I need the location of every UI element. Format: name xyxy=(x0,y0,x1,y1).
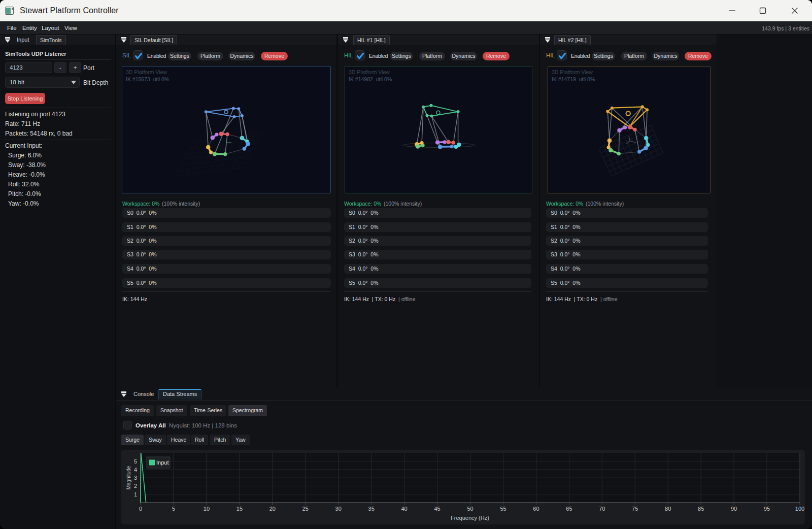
svg-text:75: 75 xyxy=(632,506,638,512)
svg-text:65: 65 xyxy=(566,506,572,512)
svg-text:35: 35 xyxy=(368,506,375,512)
svg-text:70: 70 xyxy=(599,506,605,512)
svg-text:Input: Input xyxy=(156,459,168,466)
svg-text:5: 5 xyxy=(172,506,175,512)
svg-text:5: 5 xyxy=(134,458,137,465)
svg-text:55: 55 xyxy=(500,506,506,512)
svg-text:10: 10 xyxy=(204,506,210,512)
svg-text:45: 45 xyxy=(434,506,440,512)
svg-text:95: 95 xyxy=(764,506,770,512)
svg-text:3: 3 xyxy=(134,475,137,481)
svg-text:30: 30 xyxy=(335,506,342,512)
svg-text:40: 40 xyxy=(401,506,407,512)
svg-text:100: 100 xyxy=(795,506,804,512)
svg-text:15: 15 xyxy=(236,506,243,512)
svg-text:80: 80 xyxy=(665,506,671,512)
svg-text:Frequency (Hz): Frequency (Hz) xyxy=(451,515,489,521)
svg-text:50: 50 xyxy=(467,506,473,512)
svg-text:Magnitude: Magnitude xyxy=(126,466,131,489)
svg-text:25: 25 xyxy=(302,506,309,512)
svg-text:90: 90 xyxy=(731,506,737,512)
svg-text:4: 4 xyxy=(134,467,137,473)
svg-text:20: 20 xyxy=(269,506,276,512)
svg-text:0: 0 xyxy=(139,506,142,512)
svg-text:60: 60 xyxy=(533,506,539,512)
svg-text:85: 85 xyxy=(698,506,704,512)
svg-text:2: 2 xyxy=(134,483,137,489)
svg-text:1: 1 xyxy=(134,491,137,498)
